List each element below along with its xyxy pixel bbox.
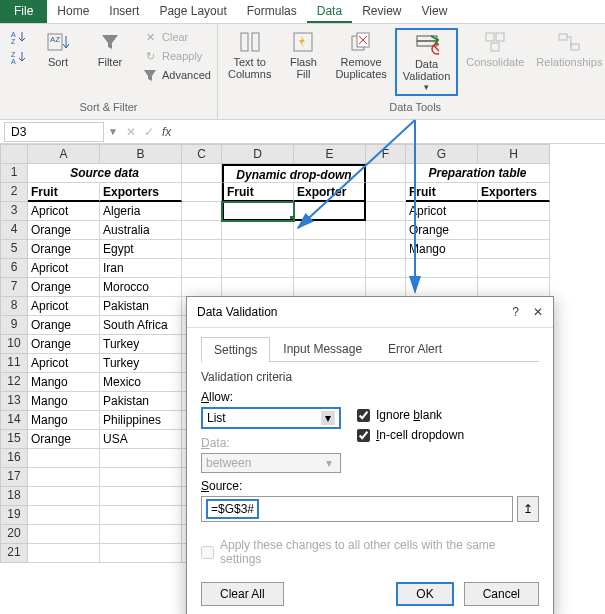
cell[interactable]: Source data bbox=[28, 164, 182, 183]
tab-insert[interactable]: Insert bbox=[99, 0, 149, 23]
cell[interactable]: Dynamic drop-down bbox=[222, 164, 366, 183]
dialog-help-button[interactable]: ? bbox=[512, 305, 519, 319]
cell[interactable] bbox=[182, 202, 222, 221]
row-header[interactable]: 6 bbox=[0, 259, 28, 278]
cell[interactable]: Orange bbox=[28, 316, 100, 335]
cell[interactable] bbox=[182, 259, 222, 278]
row-header[interactable]: 4 bbox=[0, 221, 28, 240]
col-header[interactable]: A bbox=[28, 144, 100, 164]
cell[interactable] bbox=[406, 259, 478, 278]
cell[interactable]: Morocco bbox=[100, 278, 182, 297]
cell[interactable] bbox=[222, 221, 294, 240]
fx-icon[interactable]: fx bbox=[162, 125, 171, 139]
enter-formula-icon[interactable]: ✓ bbox=[144, 125, 154, 139]
cell[interactable] bbox=[294, 221, 366, 240]
cell[interactable] bbox=[478, 221, 550, 240]
cell[interactable] bbox=[182, 240, 222, 259]
col-header[interactable]: D bbox=[222, 144, 294, 164]
name-box[interactable]: D3 bbox=[4, 122, 104, 142]
cancel-formula-icon[interactable]: ✕ bbox=[126, 125, 136, 139]
cell[interactable]: Orange bbox=[28, 335, 100, 354]
filter-button[interactable]: Filter bbox=[86, 28, 134, 70]
ok-button[interactable]: OK bbox=[396, 582, 453, 606]
cell[interactable]: Fruit bbox=[222, 183, 294, 202]
cell[interactable]: USA bbox=[100, 430, 182, 449]
dialog-tab-input-message[interactable]: Input Message bbox=[270, 336, 375, 361]
cell[interactable]: Apricot bbox=[28, 297, 100, 316]
cell[interactable] bbox=[100, 525, 182, 544]
tab-formulas[interactable]: Formulas bbox=[237, 0, 307, 23]
cell[interactable]: Algeria bbox=[100, 202, 182, 221]
row-header[interactable]: 7 bbox=[0, 278, 28, 297]
cell[interactable] bbox=[100, 468, 182, 487]
cell[interactable] bbox=[366, 183, 406, 202]
advanced-button[interactable]: Advanced bbox=[138, 66, 215, 84]
row-header[interactable]: 1 bbox=[0, 164, 28, 183]
cell[interactable]: Exporter bbox=[294, 183, 366, 202]
cell[interactable]: Pakistan bbox=[100, 392, 182, 411]
cell[interactable] bbox=[182, 164, 222, 183]
remove-duplicates-button[interactable]: Remove Duplicates bbox=[331, 28, 390, 82]
cell[interactable]: Mango bbox=[28, 373, 100, 392]
row-header[interactable]: 20 bbox=[0, 525, 28, 544]
cell[interactable] bbox=[478, 202, 550, 221]
cell[interactable]: Apricot bbox=[406, 202, 478, 221]
cell[interactable]: Turkey bbox=[100, 354, 182, 373]
cell[interactable] bbox=[28, 544, 100, 563]
cell[interactable] bbox=[100, 449, 182, 468]
range-selector-button[interactable]: ↥ bbox=[517, 496, 539, 522]
row-header[interactable]: 16 bbox=[0, 449, 28, 468]
cell[interactable] bbox=[100, 487, 182, 506]
cell[interactable] bbox=[100, 506, 182, 525]
tab-file[interactable]: File bbox=[0, 0, 47, 23]
cell[interactable] bbox=[294, 202, 366, 221]
row-header[interactable]: 5 bbox=[0, 240, 28, 259]
row-header[interactable]: 15 bbox=[0, 430, 28, 449]
cell[interactable] bbox=[478, 240, 550, 259]
cell[interactable]: Orange bbox=[28, 278, 100, 297]
row-header[interactable]: 14 bbox=[0, 411, 28, 430]
cell[interactable]: Pakistan bbox=[100, 297, 182, 316]
text-to-columns-button[interactable]: Text to Columns bbox=[224, 28, 275, 82]
dialog-close-button[interactable]: ✕ bbox=[533, 305, 543, 319]
col-header[interactable]: F bbox=[366, 144, 406, 164]
source-input[interactable]: =$G$3# bbox=[201, 496, 513, 522]
col-header[interactable]: E bbox=[294, 144, 366, 164]
row-header[interactable]: 8 bbox=[0, 297, 28, 316]
cell[interactable] bbox=[366, 259, 406, 278]
cell[interactable] bbox=[28, 487, 100, 506]
cancel-button[interactable]: Cancel bbox=[464, 582, 539, 606]
cell[interactable]: Fruit bbox=[406, 183, 478, 202]
cell[interactable]: Mexico bbox=[100, 373, 182, 392]
allow-select[interactable]: List▾ bbox=[201, 407, 341, 429]
dialog-tab-error-alert[interactable]: Error Alert bbox=[375, 336, 455, 361]
cell[interactable]: Exporters bbox=[100, 183, 182, 202]
cell[interactable]: Turkey bbox=[100, 335, 182, 354]
cell[interactable]: Orange bbox=[28, 240, 100, 259]
cell[interactable] bbox=[28, 506, 100, 525]
cell[interactable]: Mango bbox=[28, 392, 100, 411]
row-header[interactable]: 13 bbox=[0, 392, 28, 411]
ignore-blank-checkbox[interactable]: Ignore blank bbox=[357, 408, 464, 422]
row-header[interactable]: 18 bbox=[0, 487, 28, 506]
row-header[interactable]: 11 bbox=[0, 354, 28, 373]
cell[interactable] bbox=[294, 259, 366, 278]
row-header[interactable]: 10 bbox=[0, 335, 28, 354]
cell[interactable]: Apricot bbox=[28, 354, 100, 373]
tab-review[interactable]: Review bbox=[352, 0, 411, 23]
cell[interactable]: Exporters bbox=[478, 183, 550, 202]
cell[interactable] bbox=[182, 221, 222, 240]
cell[interactable]: Orange bbox=[28, 430, 100, 449]
row-header[interactable]: 21 bbox=[0, 544, 28, 563]
cell[interactable]: Australia bbox=[100, 221, 182, 240]
col-header[interactable]: B bbox=[100, 144, 182, 164]
cell[interactable] bbox=[366, 278, 406, 297]
cell[interactable] bbox=[222, 240, 294, 259]
cell[interactable] bbox=[294, 240, 366, 259]
row-header[interactable]: 12 bbox=[0, 373, 28, 392]
col-header[interactable]: G bbox=[406, 144, 478, 164]
sort-asc-button[interactable]: AZ bbox=[6, 28, 30, 46]
cell[interactable] bbox=[28, 449, 100, 468]
cell[interactable] bbox=[478, 278, 550, 297]
tab-page-layout[interactable]: Page Layout bbox=[149, 0, 236, 23]
